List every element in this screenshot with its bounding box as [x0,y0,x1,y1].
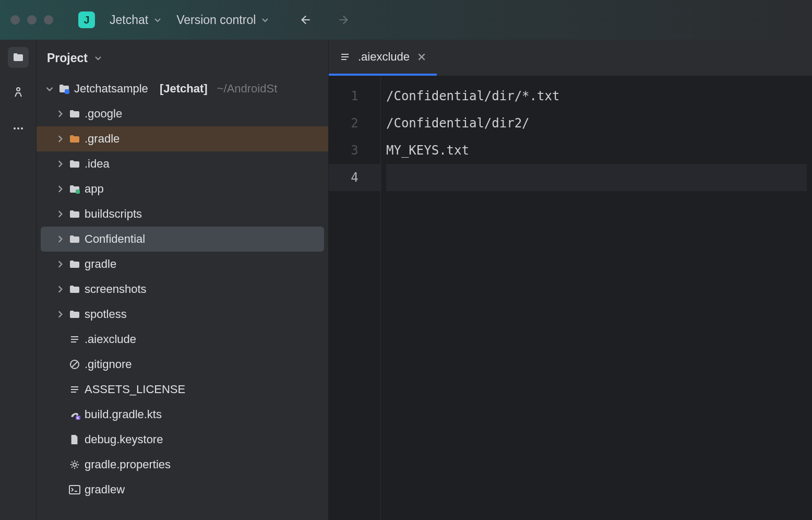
folder-orange-icon [69,133,80,145]
text-file-icon [339,51,351,63]
folder-icon [69,283,80,295]
svg-point-0 [17,88,20,91]
chevron-right-icon [55,159,65,169]
project-badge: J [78,11,95,28]
tree-item[interactable]: buildscripts [37,202,328,227]
project-sidebar: Project Jetchatsample [Jetchat] ~/Androi… [37,40,329,520]
tree-item[interactable]: .gitignore [37,352,328,377]
code-area[interactable]: 1234 /Confidential/dir/*.txt/Confidentia… [329,76,812,520]
tree-item-label: build.gradle.kts [85,408,162,421]
folder-icon [12,51,25,64]
folder-icon [69,258,80,270]
svg-point-1 [14,127,16,129]
tree-item-label: gradle [85,257,116,271]
structure-tool-button[interactable] [8,82,29,103]
code-line: /Confidential/dir/*.txt [386,82,807,110]
chevron-right-icon [55,109,65,119]
editor-tab-aiexclude[interactable]: .aiexclude [329,40,437,76]
code-line: /Confidential/dir2/ [386,110,807,137]
arrow-right-icon [338,13,351,27]
code-content[interactable]: /Confidential/dir/*.txt/Confidential/dir… [381,76,812,520]
tree-item[interactable]: app [37,176,328,202]
tree-root-module: [Jetchat] [160,82,208,96]
chevron-right-icon [55,259,65,269]
tree-item[interactable]: .gradle [37,126,328,151]
tree-item-label: gradlew [85,483,125,497]
chevron-right-icon [55,209,65,219]
folder-icon [69,108,80,120]
tree-item-label: .gitignore [85,358,132,371]
nav-back-button[interactable] [297,13,312,27]
tree-root[interactable]: Jetchatsample [Jetchat] ~/AndroidSt [37,76,328,101]
code-line [386,164,807,191]
vcs-label: Version control [176,13,256,27]
chevron-right-icon [55,234,65,244]
tree-item-label: Confidential [85,232,145,246]
tree-item[interactable]: .google [37,101,328,126]
svg-point-3 [21,127,23,129]
tree-item-label: gradle.properties [85,458,171,471]
project-tree[interactable]: Jetchatsample [Jetchat] ~/AndroidSt .goo… [37,76,328,502]
tree-item-label: app [85,182,104,196]
tree-item[interactable]: Confidential [41,227,324,252]
tree-root-name: Jetchatsample [74,82,148,96]
chevron-down-icon [45,84,54,93]
gradle-kts-icon [69,409,80,420]
tool-window-bar [0,40,37,520]
window-traffic-lights [10,15,53,25]
folder-icon [69,158,80,170]
editor-tab-label: .aiexclude [358,50,410,64]
tree-item[interactable]: ASSETS_LICENSE [37,377,328,402]
terminal-icon [69,484,80,495]
project-view-selector[interactable]: Project [37,40,328,76]
chevron-right-icon [55,285,65,294]
titlebar: J Jetchat Version control [0,0,812,40]
close-window-button[interactable] [10,15,20,25]
tree-item[interactable]: .aiexclude [37,327,328,352]
tree-item[interactable]: screenshots [37,277,328,302]
minimize-window-button[interactable] [27,15,37,25]
folder-module-icon [69,183,80,195]
tree-item[interactable]: gradlew [37,477,328,502]
tree-item-label: .idea [85,157,110,171]
file-icon [69,434,80,445]
line-number: 4 [329,164,380,191]
project-tool-button[interactable] [8,47,29,68]
tree-item-label: buildscripts [85,207,142,221]
chevron-right-icon [55,310,65,319]
nav-forward-button[interactable] [337,13,352,27]
tree-item[interactable]: .idea [37,151,328,176]
vcs-menu[interactable]: Version control [176,13,269,27]
editor-pane: .aiexclude 1234 /Confidential/dir/*.txt/… [329,40,812,520]
project-name: Jetchat [110,13,148,27]
project-view-label: Project [47,51,88,65]
tree-item-label: screenshots [85,282,147,296]
svg-rect-4 [65,89,69,94]
ignore-icon [69,359,80,370]
project-menu[interactable]: Jetchat [110,13,162,27]
editor-tabs: .aiexclude [329,40,812,76]
tree-item-label: ASSETS_LICENSE [85,383,185,396]
tree-item[interactable]: build.gradle.kts [37,402,328,427]
text-icon [69,334,80,345]
tree-root-path: ~/AndroidSt [217,82,278,96]
line-number: 1 [329,82,380,110]
folder-icon [69,309,80,320]
tree-item[interactable]: gradle.properties [37,452,328,477]
close-icon[interactable] [417,52,426,62]
tree-item[interactable]: debug.keystore [37,427,328,452]
more-tool-button[interactable] [8,118,29,139]
line-number: 2 [329,110,380,137]
maximize-window-button[interactable] [44,15,53,25]
nav-arrows [297,13,352,27]
arrow-left-icon [298,13,312,27]
structure-icon [12,87,25,99]
chevron-down-icon [153,16,162,24]
tree-item[interactable]: spotless [37,302,328,327]
folder-icon [69,208,80,220]
tree-item[interactable]: gradle [37,252,328,277]
chevron-down-icon [261,16,269,24]
chevron-right-icon [55,184,65,194]
text-icon [69,384,80,395]
more-horizontal-icon [12,122,25,135]
